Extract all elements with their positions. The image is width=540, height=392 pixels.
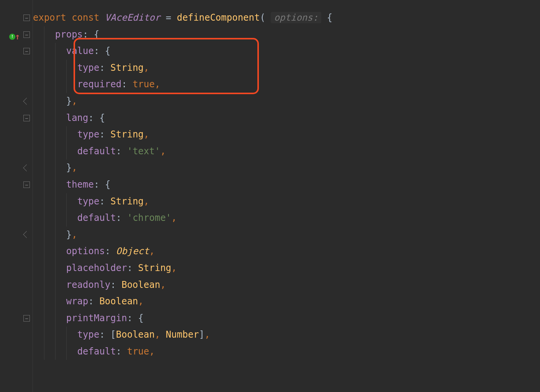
code-line: readonly: Boolean, [33,277,540,294]
fold-close-icon[interactable] [23,98,30,105]
code-line: type: String, [33,126,540,143]
code-line: theme: { [33,176,540,193]
code-line: options: Object, [33,243,540,260]
code-line: export const VAceEditor = defineComponen… [33,10,540,26]
editor-gutter: ! ↑ [0,0,33,392]
fold-toggle-icon[interactable] [23,181,30,188]
code-line: type: String, [33,60,540,77]
fold-toggle-icon[interactable] [23,315,30,322]
code-line: placeholder: String, [33,260,540,277]
fold-toggle-icon[interactable] [23,15,30,21]
code-line: }, [33,93,540,110]
code-line: printMargin: { [33,310,540,327]
status-dot-icon: ! [9,34,15,40]
code-line: type: [Boolean, Number], [33,327,540,343]
code-line: }, [33,227,540,243]
fold-close-icon[interactable] [23,164,30,171]
code-line: default: true, [33,343,540,360]
code-line: wrap: Boolean, [33,293,540,310]
parameter-hint: options: [271,12,321,23]
code-line: default: 'chrome', [33,210,540,227]
code-line: props: { [33,26,540,43]
fold-toggle-icon[interactable] [23,115,30,121]
arrow-up-icon: ↑ [15,28,20,45]
fold-toggle-icon[interactable] [23,31,30,38]
fold-gutter [21,0,33,392]
code-line: required: true, [33,76,540,93]
code-line: value: { [33,43,540,60]
gutter-marker[interactable]: ! ↑ [9,28,20,45]
code-line: default: 'text', [33,143,540,160]
code-line: lang: { [33,110,540,127]
code-line: }, [33,160,540,176]
fold-close-icon[interactable] [23,231,30,238]
code-line: type: String, [33,193,540,210]
fold-toggle-icon[interactable] [23,48,30,54]
code-editor[interactable]: ! ↑ export const VAceEditor = defineComp… [0,0,540,392]
code-area[interactable]: export const VAceEditor = defineComponen… [33,0,540,392]
